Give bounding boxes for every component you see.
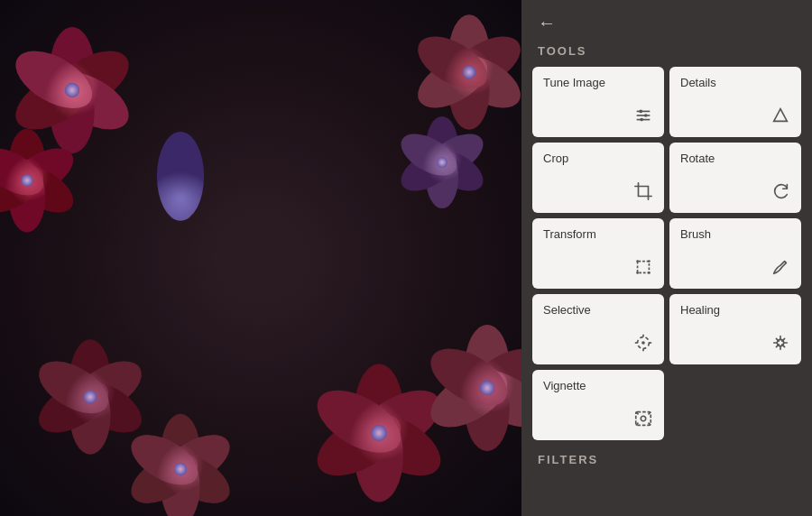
vignette-icon bbox=[633, 409, 653, 431]
tools-grid: Tune Image Details bbox=[521, 67, 812, 440]
back-button[interactable]: ← bbox=[538, 13, 556, 33]
svg-point-8 bbox=[648, 260, 651, 263]
photo-canvas-panel bbox=[0, 0, 521, 516]
tool-name-transform: Transform bbox=[543, 227, 653, 241]
svg-point-4 bbox=[644, 114, 648, 117]
tool-name-crop: Crop bbox=[543, 152, 653, 165]
details-icon bbox=[770, 106, 790, 128]
tool-name-tune-image: Tune Image bbox=[543, 76, 653, 89]
rotate-icon bbox=[770, 181, 790, 204]
svg-point-3 bbox=[639, 110, 642, 114]
tool-card-tune-image[interactable]: Tune Image bbox=[532, 67, 664, 137]
transform-icon bbox=[633, 257, 653, 280]
svg-point-10 bbox=[648, 272, 651, 274]
svg-point-19 bbox=[641, 416, 646, 421]
tool-name-vignette: Vignette bbox=[543, 379, 653, 392]
tool-name-details: Details bbox=[680, 76, 790, 89]
crop-icon bbox=[633, 181, 653, 204]
brush-icon bbox=[770, 257, 790, 280]
tools-header: ← bbox=[521, 0, 812, 41]
tool-name-selective: Selective bbox=[543, 303, 653, 317]
svg-rect-6 bbox=[638, 262, 650, 273]
tool-card-vignette[interactable]: Vignette bbox=[532, 370, 664, 440]
tool-card-brush[interactable]: Brush bbox=[669, 218, 801, 289]
tools-panel: ← TOOLS Tune Image Details bbox=[521, 0, 812, 516]
tool-card-rotate[interactable]: Rotate bbox=[669, 143, 801, 213]
svg-point-17 bbox=[777, 339, 783, 346]
tool-card-crop[interactable]: Crop bbox=[532, 143, 664, 213]
tool-name-healing: Healing bbox=[680, 303, 790, 317]
svg-point-7 bbox=[636, 260, 639, 263]
tools-section-label: TOOLS bbox=[521, 41, 812, 67]
tool-name-rotate: Rotate bbox=[680, 152, 790, 165]
svg-point-12 bbox=[641, 341, 645, 345]
svg-point-9 bbox=[636, 272, 639, 274]
svg-point-5 bbox=[640, 118, 643, 122]
filters-section-label: FILTERS bbox=[521, 440, 812, 475]
tool-name-brush: Brush bbox=[680, 227, 790, 241]
tool-card-transform[interactable]: Transform bbox=[532, 218, 664, 289]
tool-card-selective[interactable]: Selective bbox=[532, 294, 664, 364]
tool-card-healing[interactable]: Healing bbox=[669, 294, 801, 364]
healing-icon bbox=[770, 333, 790, 355]
tool-card-details[interactable]: Details bbox=[669, 67, 801, 137]
selective-icon bbox=[633, 333, 653, 355]
tune-icon bbox=[633, 106, 653, 128]
